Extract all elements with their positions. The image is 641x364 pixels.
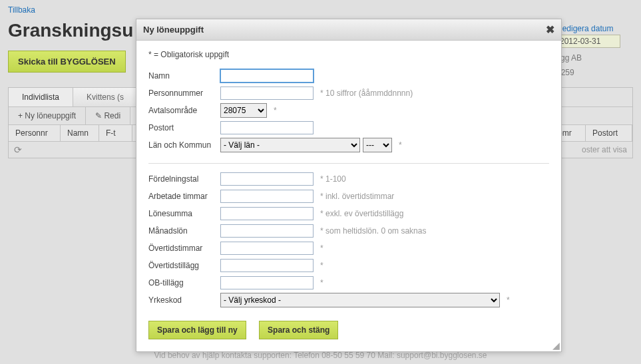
label-overtidstimmar: Övertidstimmar xyxy=(148,244,220,253)
manadslon-input[interactable] xyxy=(220,224,314,238)
company-id: 3259 xyxy=(556,68,633,77)
hint-overtidstimmar: * xyxy=(320,244,323,253)
hint-lan: * xyxy=(399,140,402,150)
date-box: Redigera datum 2012-03-31 ygg AB 3259 xyxy=(556,24,633,77)
label-lonesumma: Lönesumma xyxy=(148,209,220,218)
modal-new-loneuppgift: Ny löneuppgift ✖ * = Obligatorisk uppgif… xyxy=(136,19,562,352)
label-lan: Län och Kommun xyxy=(148,140,220,150)
save-close-button[interactable]: Spara och stäng xyxy=(259,321,338,339)
hint-arbetade: * inkl. övertidstimmar xyxy=(320,192,394,201)
hint-obtillagg: * xyxy=(320,278,323,287)
label-overtidstillagg: Övertidstillägg xyxy=(148,261,220,270)
no-posts-text: oster att visa xyxy=(582,145,627,154)
modal-title: Ny löneuppgift xyxy=(143,25,204,35)
submit-button[interactable]: Skicka till BYGGLÖSEN xyxy=(8,51,126,73)
label-arbetade: Arbetade timmar xyxy=(148,192,220,201)
tab-kvittens[interactable]: Kvittens (s xyxy=(73,88,138,106)
save-add-button[interactable]: Spara och lägg till ny xyxy=(148,321,246,339)
tab-individlista[interactable]: Individlista xyxy=(9,88,73,106)
obtillagg-input[interactable] xyxy=(220,276,314,289)
label-fordelningstal: Fördelningstal xyxy=(148,174,220,184)
resize-handle-icon[interactable]: ◢ xyxy=(550,341,560,350)
label-postort: Postort xyxy=(148,123,220,132)
postort-input[interactable] xyxy=(220,121,314,134)
refresh-icon[interactable]: ⟳ xyxy=(14,144,22,155)
back-link[interactable]: Tillbaka xyxy=(8,5,35,15)
col-postort[interactable]: Postort xyxy=(586,125,632,141)
company-name: ygg AB xyxy=(556,53,633,63)
label-avtalsomrade: Avtalsområde xyxy=(148,106,220,115)
hint-personnummer: * 10 siffror (ååmmddnnnn) xyxy=(320,89,413,98)
label-yrkeskod: Yrkeskod xyxy=(148,295,220,305)
action-edit[interactable]: ✎ Redi xyxy=(86,107,130,124)
close-icon[interactable]: ✖ xyxy=(546,23,554,36)
col-personnr[interactable]: Personnr xyxy=(9,125,61,141)
namn-input[interactable] xyxy=(220,69,314,83)
action-new[interactable]: + Ny löneuppgift xyxy=(9,107,86,124)
overtidstimmar-input[interactable] xyxy=(220,242,314,255)
label-personnummer: Personnummer xyxy=(148,89,220,98)
label-namn: Namn xyxy=(148,71,220,81)
edit-date-link[interactable]: Redigera datum xyxy=(556,24,613,33)
hint-fordelningstal: * 1-100 xyxy=(320,174,346,184)
col-ft[interactable]: F-t xyxy=(99,125,132,141)
kommun-select[interactable]: --- xyxy=(363,138,392,152)
modal-header: Ny löneuppgift ✖ xyxy=(136,19,561,41)
col-namn[interactable]: Namn xyxy=(61,125,99,141)
lonesumma-input[interactable] xyxy=(220,207,314,220)
date-value: 2012-03-31 xyxy=(556,35,620,48)
hint-yrkeskod: * xyxy=(507,295,510,305)
fordelningstal-input[interactable] xyxy=(220,172,314,186)
lan-select[interactable]: - Välj län - xyxy=(220,138,360,152)
label-manadslon: Månadslön xyxy=(148,226,220,236)
hint-lonesumma: * exkl. ev övertidstillägg xyxy=(320,209,403,218)
avtalsomrade-select[interactable]: 28075 xyxy=(220,103,267,118)
divider xyxy=(148,163,549,164)
personnummer-input[interactable] xyxy=(220,87,314,100)
label-obtillagg: OB-tillägg xyxy=(148,278,220,287)
arbetade-input[interactable] xyxy=(220,190,314,203)
hint-overtidstillagg: * xyxy=(320,261,323,270)
yrkeskod-select[interactable]: - Välj yrkeskod - xyxy=(220,293,500,307)
hint-manadslon: * som heltidslön. 0 om saknas xyxy=(320,226,426,236)
hint-avtalsomrade: * xyxy=(274,106,277,115)
overtidstillagg-input[interactable] xyxy=(220,259,314,272)
mandatory-note: * = Obligatorisk uppgift xyxy=(148,50,549,59)
modal-actions: Spara och lägg till ny Spara och stäng xyxy=(148,321,549,339)
footer-text: Vid behov av hjälp kontakta supporten: T… xyxy=(0,351,641,360)
